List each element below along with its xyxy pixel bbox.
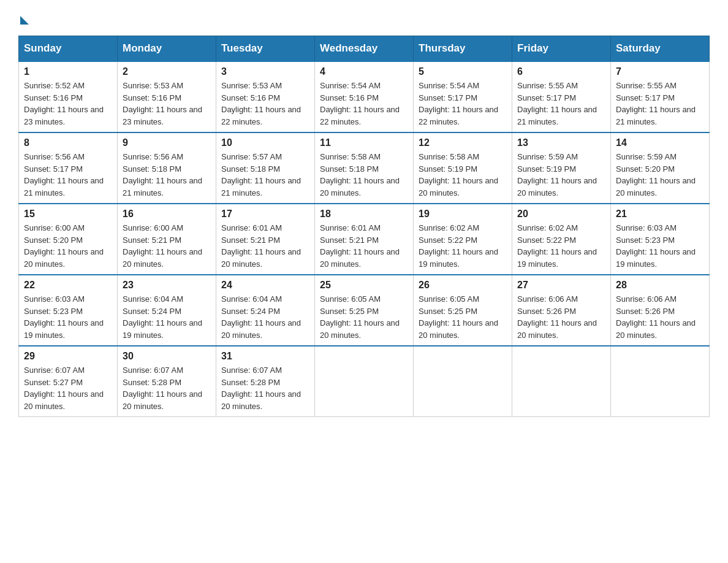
day-number: 14 bbox=[616, 137, 704, 148]
calendar-cell: 30 Sunrise: 6:07 AMSunset: 5:28 PMDaylig… bbox=[118, 346, 216, 417]
day-number: 18 bbox=[320, 209, 408, 220]
day-info: Sunrise: 5:56 AMSunset: 5:18 PMDaylight:… bbox=[123, 151, 211, 199]
calendar-cell: 1 Sunrise: 5:52 AMSunset: 5:16 PMDayligh… bbox=[19, 61, 118, 132]
calendar-header: SundayMondayTuesdayWednesdayThursdayFrid… bbox=[19, 36, 710, 62]
day-info: Sunrise: 6:05 AMSunset: 5:25 PMDaylight:… bbox=[320, 293, 408, 341]
calendar-cell: 25 Sunrise: 6:05 AMSunset: 5:25 PMDaylig… bbox=[315, 275, 414, 346]
calendar-cell: 2 Sunrise: 5:53 AMSunset: 5:16 PMDayligh… bbox=[118, 61, 216, 132]
calendar-cell: 24 Sunrise: 6:04 AMSunset: 5:24 PMDaylig… bbox=[216, 275, 315, 346]
weekday-header-monday: Monday bbox=[118, 36, 216, 62]
day-number: 9 bbox=[123, 137, 211, 148]
calendar-cell: 4 Sunrise: 5:54 AMSunset: 5:16 PMDayligh… bbox=[315, 61, 414, 132]
day-number: 13 bbox=[517, 137, 605, 148]
day-info: Sunrise: 5:52 AMSunset: 5:16 PMDaylight:… bbox=[24, 80, 112, 128]
calendar-cell: 21 Sunrise: 6:03 AMSunset: 5:23 PMDaylig… bbox=[611, 204, 710, 275]
day-info: Sunrise: 6:04 AMSunset: 5:24 PMDaylight:… bbox=[221, 293, 309, 341]
calendar-cell: 20 Sunrise: 6:02 AMSunset: 5:22 PMDaylig… bbox=[512, 204, 611, 275]
day-number: 15 bbox=[24, 209, 112, 220]
calendar-cell: 28 Sunrise: 6:06 AMSunset: 5:26 PMDaylig… bbox=[611, 275, 710, 346]
day-number: 8 bbox=[24, 137, 112, 148]
day-info: Sunrise: 5:55 AMSunset: 5:17 PMDaylight:… bbox=[517, 80, 605, 128]
day-number: 5 bbox=[419, 66, 507, 77]
day-info: Sunrise: 6:04 AMSunset: 5:24 PMDaylight:… bbox=[123, 293, 211, 341]
day-number: 25 bbox=[320, 280, 408, 291]
calendar-cell bbox=[414, 346, 512, 417]
weekday-header-thursday: Thursday bbox=[414, 36, 512, 62]
calendar-cell: 14 Sunrise: 5:59 AMSunset: 5:20 PMDaylig… bbox=[611, 132, 710, 204]
calendar-cell bbox=[611, 346, 710, 417]
day-number: 1 bbox=[24, 66, 112, 77]
calendar-week-row: 8 Sunrise: 5:56 AMSunset: 5:17 PMDayligh… bbox=[19, 132, 710, 204]
day-info: Sunrise: 6:01 AMSunset: 5:21 PMDaylight:… bbox=[221, 222, 309, 270]
day-number: 24 bbox=[221, 280, 309, 291]
calendar-cell: 15 Sunrise: 6:00 AMSunset: 5:20 PMDaylig… bbox=[19, 204, 118, 275]
day-info: Sunrise: 5:54 AMSunset: 5:16 PMDaylight:… bbox=[320, 80, 408, 128]
calendar-cell: 19 Sunrise: 6:02 AMSunset: 5:22 PMDaylig… bbox=[414, 204, 512, 275]
day-number: 2 bbox=[123, 66, 211, 77]
day-number: 20 bbox=[517, 209, 605, 220]
day-info: Sunrise: 6:06 AMSunset: 5:26 PMDaylight:… bbox=[517, 293, 605, 341]
day-info: Sunrise: 6:03 AMSunset: 5:23 PMDaylight:… bbox=[24, 293, 112, 341]
day-info: Sunrise: 6:00 AMSunset: 5:21 PMDaylight:… bbox=[123, 222, 211, 270]
weekday-header-sunday: Sunday bbox=[19, 36, 118, 62]
day-info: Sunrise: 5:53 AMSunset: 5:16 PMDaylight:… bbox=[221, 80, 309, 128]
calendar-cell: 26 Sunrise: 6:05 AMSunset: 5:25 PMDaylig… bbox=[414, 275, 512, 346]
weekday-row: SundayMondayTuesdayWednesdayThursdayFrid… bbox=[19, 36, 710, 62]
day-number: 7 bbox=[616, 66, 704, 77]
calendar-cell: 8 Sunrise: 5:56 AMSunset: 5:17 PMDayligh… bbox=[19, 132, 118, 204]
logo bbox=[18, 12, 40, 25]
day-info: Sunrise: 6:06 AMSunset: 5:26 PMDaylight:… bbox=[616, 293, 704, 341]
calendar-cell: 5 Sunrise: 5:54 AMSunset: 5:17 PMDayligh… bbox=[414, 61, 512, 132]
calendar-week-row: 15 Sunrise: 6:00 AMSunset: 5:20 PMDaylig… bbox=[19, 204, 710, 275]
day-number: 11 bbox=[320, 137, 408, 148]
day-number: 4 bbox=[320, 66, 408, 77]
day-info: Sunrise: 6:02 AMSunset: 5:22 PMDaylight:… bbox=[419, 222, 507, 270]
calendar-cell bbox=[315, 346, 414, 417]
weekday-header-wednesday: Wednesday bbox=[315, 36, 414, 62]
day-info: Sunrise: 5:58 AMSunset: 5:18 PMDaylight:… bbox=[320, 151, 408, 199]
day-info: Sunrise: 5:56 AMSunset: 5:17 PMDaylight:… bbox=[24, 151, 112, 199]
day-number: 17 bbox=[221, 209, 309, 220]
calendar-cell: 11 Sunrise: 5:58 AMSunset: 5:18 PMDaylig… bbox=[315, 132, 414, 204]
day-number: 6 bbox=[517, 66, 605, 77]
day-number: 19 bbox=[419, 209, 507, 220]
calendar-cell: 9 Sunrise: 5:56 AMSunset: 5:18 PMDayligh… bbox=[118, 132, 216, 204]
day-info: Sunrise: 6:07 AMSunset: 5:28 PMDaylight:… bbox=[221, 364, 309, 412]
day-info: Sunrise: 6:01 AMSunset: 5:21 PMDaylight:… bbox=[320, 222, 408, 270]
calendar-cell: 18 Sunrise: 6:01 AMSunset: 5:21 PMDaylig… bbox=[315, 204, 414, 275]
day-number: 22 bbox=[24, 280, 112, 291]
calendar-cell: 17 Sunrise: 6:01 AMSunset: 5:21 PMDaylig… bbox=[216, 204, 315, 275]
day-number: 29 bbox=[24, 351, 112, 362]
calendar-cell: 23 Sunrise: 6:04 AMSunset: 5:24 PMDaylig… bbox=[118, 275, 216, 346]
day-info: Sunrise: 6:07 AMSunset: 5:27 PMDaylight:… bbox=[24, 364, 112, 412]
day-info: Sunrise: 6:05 AMSunset: 5:25 PMDaylight:… bbox=[419, 293, 507, 341]
calendar-cell: 12 Sunrise: 5:58 AMSunset: 5:19 PMDaylig… bbox=[414, 132, 512, 204]
day-info: Sunrise: 5:59 AMSunset: 5:19 PMDaylight:… bbox=[517, 151, 605, 199]
calendar-cell bbox=[512, 346, 611, 417]
day-number: 27 bbox=[517, 280, 605, 291]
day-info: Sunrise: 5:53 AMSunset: 5:16 PMDaylight:… bbox=[123, 80, 211, 128]
day-number: 16 bbox=[123, 209, 211, 220]
calendar-cell: 29 Sunrise: 6:07 AMSunset: 5:27 PMDaylig… bbox=[19, 346, 118, 417]
page-header bbox=[18, 12, 710, 25]
calendar-cell: 3 Sunrise: 5:53 AMSunset: 5:16 PMDayligh… bbox=[216, 61, 315, 132]
day-info: Sunrise: 6:07 AMSunset: 5:28 PMDaylight:… bbox=[123, 364, 211, 412]
day-info: Sunrise: 5:58 AMSunset: 5:19 PMDaylight:… bbox=[419, 151, 507, 199]
day-number: 12 bbox=[419, 137, 507, 148]
calendar-cell: 6 Sunrise: 5:55 AMSunset: 5:17 PMDayligh… bbox=[512, 61, 611, 132]
day-info: Sunrise: 6:02 AMSunset: 5:22 PMDaylight:… bbox=[517, 222, 605, 270]
calendar-body: 1 Sunrise: 5:52 AMSunset: 5:16 PMDayligh… bbox=[19, 61, 710, 417]
calendar-cell: 7 Sunrise: 5:55 AMSunset: 5:17 PMDayligh… bbox=[611, 61, 710, 132]
calendar-cell: 27 Sunrise: 6:06 AMSunset: 5:26 PMDaylig… bbox=[512, 275, 611, 346]
day-number: 3 bbox=[221, 66, 309, 77]
day-info: Sunrise: 5:57 AMSunset: 5:18 PMDaylight:… bbox=[221, 151, 309, 199]
weekday-header-friday: Friday bbox=[512, 36, 611, 62]
calendar-cell: 31 Sunrise: 6:07 AMSunset: 5:28 PMDaylig… bbox=[216, 346, 315, 417]
day-info: Sunrise: 6:03 AMSunset: 5:23 PMDaylight:… bbox=[616, 222, 704, 270]
calendar-cell: 22 Sunrise: 6:03 AMSunset: 5:23 PMDaylig… bbox=[19, 275, 118, 346]
day-info: Sunrise: 5:54 AMSunset: 5:17 PMDaylight:… bbox=[419, 80, 507, 128]
day-info: Sunrise: 5:55 AMSunset: 5:17 PMDaylight:… bbox=[616, 80, 704, 128]
weekday-header-tuesday: Tuesday bbox=[216, 36, 315, 62]
day-info: Sunrise: 6:00 AMSunset: 5:20 PMDaylight:… bbox=[24, 222, 112, 270]
calendar-cell: 10 Sunrise: 5:57 AMSunset: 5:18 PMDaylig… bbox=[216, 132, 315, 204]
